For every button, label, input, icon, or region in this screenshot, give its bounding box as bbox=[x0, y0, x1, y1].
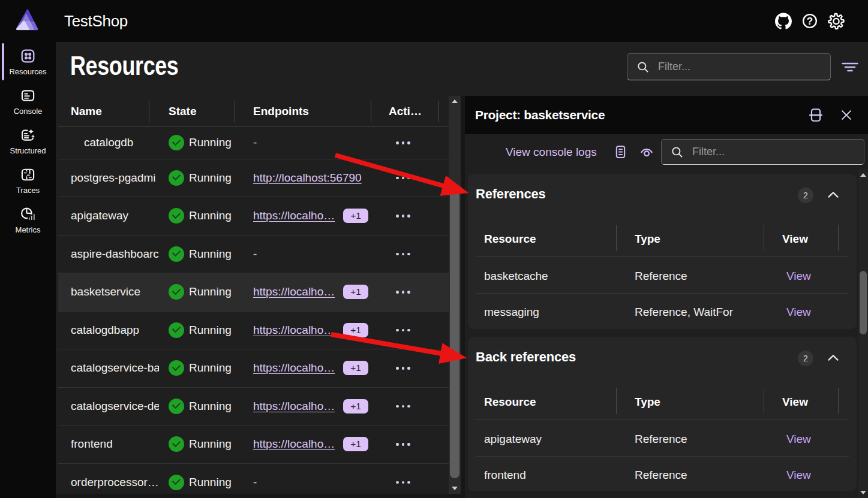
count-badge: 2 bbox=[798, 351, 813, 366]
state-label: Running bbox=[189, 324, 232, 337]
panel-splitter[interactable] bbox=[461, 96, 465, 498]
panel-filter-input[interactable] bbox=[692, 146, 834, 158]
view-link[interactable]: View bbox=[782, 306, 811, 319]
sidebar-item-resources[interactable]: Resources bbox=[0, 42, 56, 82]
more-actions-icon[interactable] bbox=[396, 177, 410, 180]
sidebar-item-traces[interactable]: Traces bbox=[0, 161, 56, 200]
more-actions-icon[interactable] bbox=[396, 141, 410, 144]
endpoint-count-badge[interactable]: +1 bbox=[343, 209, 368, 223]
endpoint-count-badge[interactable]: +1 bbox=[343, 285, 368, 299]
table-row[interactable]: catalogservice-de Running https://localh… bbox=[58, 388, 449, 426]
resources-table: Name State Endpoints Acti… catalogdb Run… bbox=[58, 96, 449, 494]
table-row[interactable]: frontend Running https://localho…+1 bbox=[58, 425, 449, 464]
more-actions-icon[interactable] bbox=[396, 253, 410, 256]
column-header-resource[interactable]: Resource bbox=[476, 382, 616, 419]
more-actions-icon[interactable] bbox=[396, 215, 410, 218]
svg-text:?: ? bbox=[807, 16, 813, 27]
panel-body: References 2 Resource Type View basketca… bbox=[465, 170, 868, 498]
endpoint-link[interactable]: https://localho… bbox=[253, 209, 335, 222]
type-cell: Reference bbox=[616, 419, 764, 456]
column-header-name[interactable]: Name bbox=[58, 96, 149, 126]
endpoint-link[interactable]: https://localho… bbox=[253, 437, 335, 451]
table-row[interactable]: apigateway Reference View bbox=[476, 419, 849, 457]
table-row[interactable]: aspire-dashboarc Running - bbox=[58, 236, 449, 274]
table-row[interactable]: orderprocessor… Running - bbox=[58, 464, 449, 494]
more-actions-icon[interactable] bbox=[396, 329, 410, 332]
filter-button[interactable] bbox=[839, 58, 861, 77]
table-row[interactable]: frontend Reference View bbox=[476, 457, 849, 491]
column-header-view[interactable]: View bbox=[764, 219, 839, 256]
watch-logs-button[interactable] bbox=[639, 144, 654, 159]
split-panel-button[interactable] bbox=[807, 107, 824, 123]
endpoint-link[interactable]: https://localho… bbox=[253, 324, 335, 337]
github-icon[interactable] bbox=[775, 13, 792, 29]
sidebar-item-label: Console bbox=[14, 107, 43, 116]
endpoint-count-badge[interactable]: +1 bbox=[343, 437, 368, 451]
endpoint-link[interactable]: http://localhost:56790 bbox=[253, 171, 362, 185]
resource-filter-input[interactable] bbox=[658, 61, 800, 73]
sidebar-item-structured[interactable]: Structured bbox=[0, 121, 56, 161]
more-actions-icon[interactable] bbox=[396, 481, 410, 484]
table-row[interactable]: apigateway Running https://localho…+1 bbox=[58, 197, 449, 236]
settings-gear-icon[interactable] bbox=[828, 13, 845, 29]
table-row[interactable]: basketservice Running https://localho…+1 bbox=[58, 273, 449, 312]
sidebar-item-metrics[interactable]: Metrics bbox=[0, 200, 56, 240]
more-actions-icon[interactable] bbox=[396, 291, 410, 294]
chevron-up-icon bbox=[827, 189, 840, 202]
traces-icon bbox=[20, 167, 35, 182]
running-check-icon bbox=[169, 360, 184, 376]
table-row[interactable]: catalogdb Running - bbox=[58, 127, 449, 159]
help-icon[interactable]: ? bbox=[801, 13, 818, 29]
section-table-header: Resource Type View bbox=[476, 382, 849, 419]
table-row[interactable]: catalogdbapp Running https://localho…+1 bbox=[58, 312, 449, 350]
column-header-state[interactable]: State bbox=[149, 96, 235, 126]
endpoint-count-badge[interactable]: +1 bbox=[343, 323, 368, 337]
column-header-endpoints[interactable]: Endpoints bbox=[235, 96, 371, 126]
view-link[interactable]: View bbox=[782, 270, 811, 283]
console-log-document-button[interactable] bbox=[612, 144, 628, 159]
column-header-type[interactable]: Type bbox=[616, 219, 764, 256]
table-row[interactable]: basketcache Reference View bbox=[476, 256, 849, 294]
table-row[interactable]: messaging Reference, WaitFor View bbox=[476, 294, 849, 328]
column-header-type[interactable]: Type bbox=[616, 382, 764, 419]
table-row[interactable]: catalogservice-ba Running https://localh… bbox=[58, 349, 449, 388]
table-scrollbar-thumb[interactable] bbox=[450, 191, 459, 478]
more-actions-icon[interactable] bbox=[396, 367, 410, 370]
active-page-indicator bbox=[2, 43, 4, 80]
endpoint-link[interactable]: https://localho… bbox=[253, 285, 335, 298]
resource-name: basketservice bbox=[71, 285, 159, 298]
column-header-view[interactable]: View bbox=[764, 382, 839, 419]
endpoint-link[interactable]: https://localho… bbox=[253, 361, 335, 375]
scroll-down-arrow-icon[interactable] bbox=[452, 487, 458, 490]
endpoint-link[interactable]: https://localho… bbox=[253, 400, 335, 413]
close-panel-button[interactable] bbox=[838, 107, 855, 123]
panel-scrollbar-thumb[interactable] bbox=[860, 271, 867, 334]
more-actions-icon[interactable] bbox=[396, 443, 410, 446]
resource-name: postgres-pgadmi bbox=[71, 171, 159, 185]
view-console-logs-link[interactable]: View console logs bbox=[506, 134, 597, 170]
panel-scrollbar[interactable] bbox=[858, 170, 868, 498]
resource-cell: messaging bbox=[476, 294, 616, 328]
table-scrollbar[interactable] bbox=[449, 96, 461, 494]
collapse-section-button[interactable] bbox=[826, 188, 840, 203]
endpoint-count-badge[interactable]: +1 bbox=[343, 361, 368, 375]
column-header-resource[interactable]: Resource bbox=[476, 219, 616, 256]
column-header-actions[interactable]: Acti… bbox=[371, 96, 438, 126]
scroll-down-arrow-icon[interactable] bbox=[860, 491, 866, 494]
section-table: Resource Type View basketcache Reference… bbox=[476, 219, 849, 328]
view-link[interactable]: View bbox=[782, 433, 811, 446]
endpoint-count-badge[interactable]: +1 bbox=[343, 399, 368, 414]
table-row[interactable]: postgres-pgadmi Running http://localhost… bbox=[58, 159, 449, 198]
chevron-up-icon bbox=[827, 352, 840, 365]
sidebar-item-label: Metrics bbox=[16, 225, 41, 234]
view-link[interactable]: View bbox=[782, 469, 811, 482]
scroll-up-arrow-icon[interactable] bbox=[452, 99, 458, 103]
more-actions-icon[interactable] bbox=[396, 405, 410, 408]
running-check-icon bbox=[169, 170, 184, 186]
section-title: Back references bbox=[476, 349, 576, 365]
running-check-icon bbox=[169, 246, 184, 262]
scroll-up-arrow-icon[interactable] bbox=[860, 173, 866, 177]
collapse-section-button[interactable] bbox=[826, 351, 840, 366]
grid-icon bbox=[20, 49, 35, 64]
sidebar-item-console[interactable]: Console bbox=[0, 82, 56, 121]
